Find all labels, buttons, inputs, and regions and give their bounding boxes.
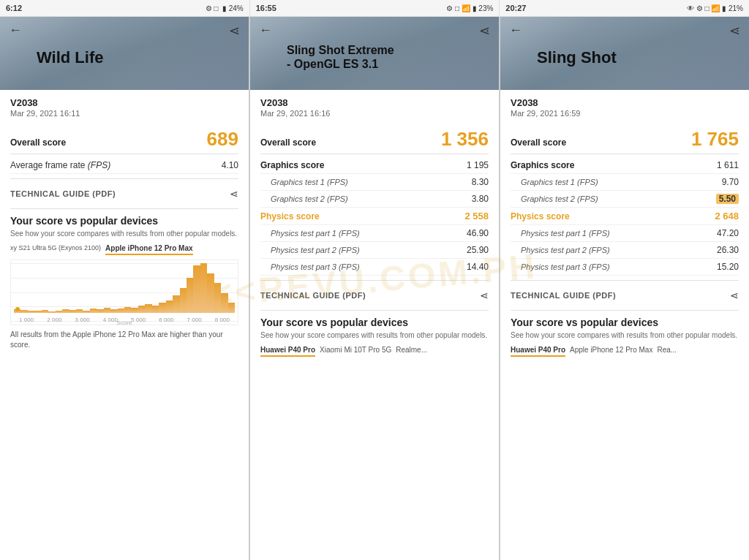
avg-fps-value: 4.10 — [222, 160, 238, 170]
gfx-test1-row-2: Graphics test 1 (FPS) 8.30 — [260, 174, 489, 191]
status-bar-2: 16:55 ⚙ □ 📶 ▮ 23% — [250, 0, 500, 16]
share-btn-3[interactable]: ⋖ — [730, 290, 739, 301]
overall-value-2: 1 356 — [441, 128, 489, 151]
tech-guide-label-3[interactable]: TECHNICAL GUIDE (PDF) — [511, 291, 616, 300]
vs-title-2: Your score vs popular devices — [260, 317, 489, 328]
overall-score-row-3: Overall score 1 765 — [511, 125, 739, 154]
device-name-1: V2038 — [10, 97, 238, 108]
tab-2-realme[interactable]: Realme... — [396, 346, 427, 357]
gfx-test2-label-3: Graphics test 2 (FPS) — [511, 194, 598, 203]
chart-bars-1 — [14, 263, 235, 313]
tab-2-huawei[interactable]: Huawei P40 Pro — [260, 346, 315, 357]
share-btn-2[interactable]: ⋖ — [480, 290, 489, 301]
icons-2: ⚙ □ 📶 ▮ 23% — [446, 4, 493, 12]
overall-score-row-2: Overall score 1 356 — [260, 125, 489, 154]
physics-score-row-2: Physics score 2 558 — [260, 208, 489, 225]
phy-test3-label-3: Physics test part 3 (FPS) — [511, 262, 610, 271]
panel-2-nav: ← ⋖ — [259, 23, 490, 39]
panel-2-title: Sling Shot Extreme- OpenGL ES 3.1 — [287, 43, 394, 71]
overall-label-1: Overall score — [10, 137, 66, 148]
graphics-score-label-2: Graphics score — [260, 160, 324, 170]
share-btn-1[interactable]: ⋖ — [230, 188, 238, 200]
phy-test2-value-2: 25.90 — [467, 245, 489, 255]
panel-wild-life: ← ⋖ Wild Life V2038 Mar 29, 2021 16:11 O… — [0, 17, 250, 560]
tab-1-s21[interactable]: xy S21 Ultra 5G (Exynos 2100) — [10, 244, 101, 255]
gfx-test2-value-2: 3.80 — [472, 194, 489, 204]
gfx-test1-row-3: Graphics test 1 (FPS) 9.70 — [511, 174, 739, 191]
tab-2-xiaomi[interactable]: Xiaomi Mi 10T Pro 5G — [320, 346, 391, 357]
phy-test2-row-2: Physics test part 2 (FPS) 25.90 — [260, 242, 489, 259]
overall-label-2: Overall score — [260, 137, 316, 148]
vs-section-1: Your score vs popular devices See how yo… — [10, 215, 238, 350]
panel-1-header: ← ⋖ Wild Life — [0, 17, 249, 90]
phy-test3-row-2: Physics test part 3 (FPS) 14.40 — [260, 259, 489, 276]
phy-test2-label-2: Physics test part 2 (FPS) — [260, 246, 360, 254]
gfx-test1-value-2: 8.30 — [472, 177, 489, 187]
phy-test1-value-3: 47.20 — [717, 228, 739, 238]
overall-label-3: Overall score — [511, 137, 566, 148]
share-icon-2[interactable]: ⋖ — [479, 23, 490, 39]
icons-1: ⚙ □ ▮ 24% — [206, 4, 244, 12]
vs-desc-2: See how your score compares with results… — [260, 330, 489, 340]
main-content: ← ⋖ Wild Life V2038 Mar 29, 2021 16:11 O… — [0, 17, 749, 560]
panel-2-header: ← ⋖ Sling Shot Extreme- OpenGL ES 3.1 — [250, 17, 499, 90]
gfx-test1-label-2: Graphics test 1 (FPS) — [260, 178, 348, 186]
gfx-test2-row-3: Graphics test 2 (FPS) 5.50 — [511, 191, 739, 208]
tabs-2: Huawei P40 Pro Xiaomi Mi 10T Pro 5G Real… — [260, 346, 489, 357]
tabs-3: Huawei P40 Pro Apple iPhone 12 Pro Max R… — [511, 346, 739, 357]
tech-guide-row-1: TECHNICAL GUIDE (PDF) ⋖ — [10, 183, 238, 204]
phy-test1-label-3: Physics test part 1 (FPS) — [511, 229, 610, 238]
phy-test3-value-2: 14.40 — [467, 262, 489, 272]
graphics-score-row-3: Graphics score 1 611 — [511, 157, 739, 174]
share-icon-3[interactable]: ⋖ — [729, 23, 740, 39]
avg-fps-label: Average frame rate (FPS) — [10, 160, 110, 170]
panel-1-title: Wild Life — [37, 48, 103, 67]
panel-3-nav: ← ⋖ — [509, 23, 740, 39]
gfx-test1-label-3: Graphics test 1 (FPS) — [511, 178, 598, 186]
back-icon-3[interactable]: ← — [509, 23, 522, 39]
chart-xlabel-1: Score — [11, 319, 238, 325]
panel-sling-shot-extreme: ← ⋖ Sling Shot Extreme- OpenGL ES 3.1 V2… — [250, 17, 500, 560]
graphics-score-value-2: 1 195 — [467, 160, 489, 170]
status-bars: 6:12 ⚙ □ ▮ 24% 16:55 ⚙ □ 📶 ▮ 23% 20:27 👁… — [0, 0, 749, 17]
all-results-note-1: All results from the Apple iPhone 12 Pro… — [10, 330, 238, 350]
device-date-2: Mar 29, 2021 16:16 — [260, 109, 489, 118]
physics-score-label-3: Physics score — [511, 211, 570, 222]
physics-score-label-2: Physics score — [260, 211, 320, 222]
tab-3-iphone[interactable]: Apple iPhone 12 Pro Max — [570, 346, 652, 357]
phy-test2-row-3: Physics test part 2 (FPS) 26.30 — [511, 242, 739, 259]
device-name-2: V2038 — [260, 97, 489, 108]
vs-desc-1: See how your score compares with results… — [10, 229, 238, 238]
vs-title-1: Your score vs popular devices — [10, 215, 238, 227]
tab-3-rea[interactable]: Rea... — [657, 346, 677, 357]
overall-value-3: 1 765 — [691, 128, 739, 151]
status-bar-1: 6:12 ⚙ □ ▮ 24% — [0, 0, 250, 16]
back-icon-1[interactable]: ← — [9, 23, 22, 39]
phy-test1-label-2: Physics test part 1 (FPS) — [260, 229, 360, 238]
phy-test2-label-3: Physics test part 2 (FPS) — [511, 246, 610, 254]
phy-test3-label-2: Physics test part 3 (FPS) — [260, 262, 360, 271]
tech-guide-label-1[interactable]: TECHNICAL GUIDE (PDF) — [10, 189, 116, 198]
chart-1: 1 000 2 000 3 000 4 000 5 000 6 000 7 00… — [10, 260, 238, 325]
phy-test2-value-3: 26.30 — [717, 245, 739, 255]
panel-sling-shot: ← ⋖ Sling Shot V2038 Mar 29, 2021 16:59 … — [500, 17, 749, 560]
gfx-test2-value-3: 5.50 — [716, 194, 739, 204]
phy-test3-value-3: 15.20 — [717, 262, 739, 272]
graphics-score-row-2: Graphics score 1 195 — [260, 157, 489, 174]
graphics-score-label-3: Graphics score — [511, 160, 574, 170]
tab-3-huawei[interactable]: Huawei P40 Pro — [511, 346, 565, 357]
phy-test1-row-2: Physics test part 1 (FPS) 46.90 — [260, 225, 489, 242]
time-2: 16:55 — [256, 4, 276, 12]
gfx-test1-value-3: 9.70 — [722, 177, 739, 187]
panel-1-body: V2038 Mar 29, 2021 16:11 Overall score 6… — [0, 90, 249, 560]
panel-3-body: V2038 Mar 29, 2021 16:59 Overall score 1… — [500, 90, 749, 560]
tech-guide-label-2[interactable]: TECHNICAL GUIDE (PDF) — [260, 291, 366, 300]
physics-score-row-3: Physics score 2 648 — [511, 208, 739, 225]
share-icon-1[interactable]: ⋖ — [229, 23, 240, 39]
vs-desc-3: See how your score compares with results… — [511, 330, 739, 340]
back-icon-2[interactable]: ← — [259, 23, 272, 39]
vs-section-2: Your score vs popular devices See how yo… — [260, 317, 489, 357]
phy-test1-row-3: Physics test part 1 (FPS) 47.20 — [511, 225, 739, 242]
tab-1-iphone[interactable]: Apple iPhone 12 Pro Max — [105, 244, 192, 255]
device-date-1: Mar 29, 2021 16:11 — [10, 109, 238, 118]
